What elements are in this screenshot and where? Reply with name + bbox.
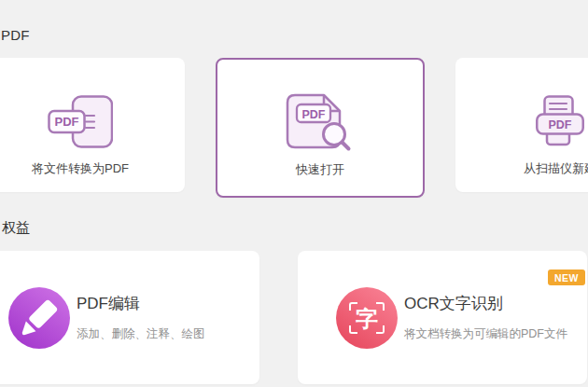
card-ocr-recognition[interactable]: NEW 字 OCR文字识别 将文档转换为可编辑的PDF文件 <box>298 251 587 384</box>
card-subtitle: 添加、删除、注释、绘图 <box>77 326 205 342</box>
ocr-text-icon: 字 <box>336 287 398 349</box>
pencil-icon <box>8 287 70 349</box>
pdf-icon-label: PDF <box>549 118 572 131</box>
card-label: 将文件转换为PDF <box>32 160 129 177</box>
scanner-icon: PDF <box>536 95 584 149</box>
pdf-icon-label: PDF <box>55 115 79 129</box>
card-subtitle: 将文档转换为可编辑的PDF文件 <box>404 326 567 342</box>
card-pdf-edit[interactable]: PDF编辑 添加、删除、注释、绘图 <box>0 251 259 384</box>
card-label: 快速打开 <box>296 161 344 178</box>
card-label: 从扫描仪新建 <box>524 160 588 177</box>
convert-to-pdf-icon: PDF <box>48 95 113 149</box>
card-title: OCR文字识别 <box>404 295 567 313</box>
card-quick-open[interactable]: PDF 快速打开 <box>216 58 425 198</box>
new-badge: NEW <box>548 270 585 285</box>
benefits-section-header: 权益 <box>2 219 30 237</box>
card-title: PDF编辑 <box>77 295 205 313</box>
ocr-character-glyph: 字 <box>336 287 398 349</box>
create-pdf-section-header: PDF <box>1 27 30 43</box>
quick-open-icon: PDF <box>285 93 356 153</box>
pdf-home-panel: { "colors": { "page_bg": "#f1f1f1", "car… <box>0 0 588 387</box>
card-convert-to-pdf[interactable]: PDF 将文件转换为PDF <box>0 58 185 192</box>
card-new-from-scanner[interactable]: PDF 从扫描仪新建 <box>455 58 588 192</box>
pdf-icon-label: PDF <box>302 108 326 121</box>
